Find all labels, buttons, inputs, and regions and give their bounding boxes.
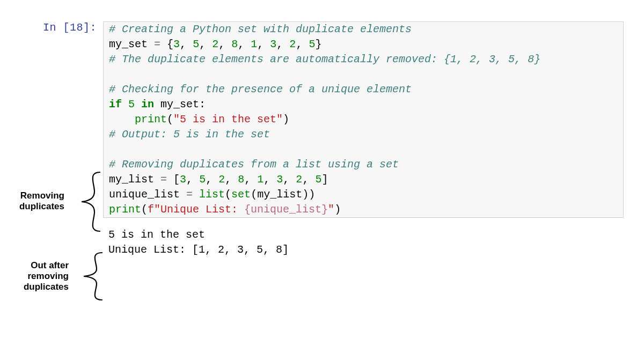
comment: # Output: 5 is in the set bbox=[109, 128, 270, 141]
annotation-out-after: Out after removing duplicates bbox=[15, 260, 69, 292]
var: my_set bbox=[109, 38, 148, 50]
input-prompt-text: In [18]: bbox=[43, 21, 97, 34]
comment: # Creating a Python set with duplicate e… bbox=[109, 23, 412, 35]
output-line: 5 is in the set bbox=[108, 229, 205, 241]
curly-brace-icon bbox=[74, 249, 106, 303]
curly-brace-icon bbox=[72, 170, 104, 233]
comment: # Checking for the presence of a unique … bbox=[109, 83, 412, 95]
comment: # Removing duplicates from a list using … bbox=[109, 158, 399, 171]
annotation-removing-duplicates: Removing duplicates bbox=[5, 190, 64, 212]
code-output: 5 is in the set Unique List: [1, 2, 3, 5… bbox=[103, 227, 624, 258]
comment: # The duplicate elements are automatical… bbox=[109, 53, 540, 65]
code-input[interactable]: # Creating a Python set with duplicate e… bbox=[103, 21, 624, 218]
output-line: Unique List: [1, 2, 3, 5, 8] bbox=[108, 244, 289, 256]
op-assign: = bbox=[154, 38, 160, 50]
code-cell: # Creating a Python set with duplicate e… bbox=[103, 21, 624, 258]
input-prompt: In [18]: bbox=[32, 21, 97, 34]
